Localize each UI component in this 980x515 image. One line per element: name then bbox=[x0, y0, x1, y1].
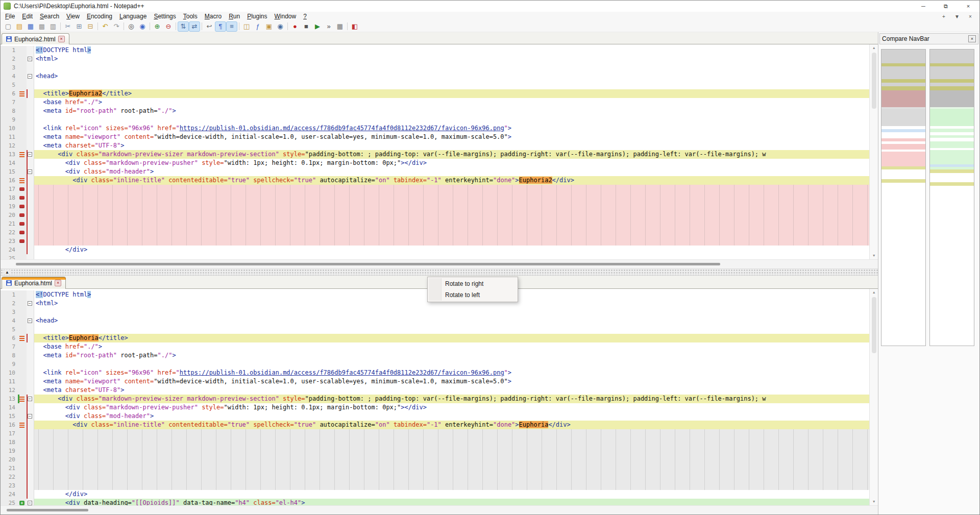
compare-map-left[interactable] bbox=[881, 49, 926, 346]
fold-collapse-icon[interactable]: − bbox=[28, 397, 32, 401]
code-line[interactable]: 6 <title>Euphoria</title> bbox=[1, 334, 878, 342]
compare-map-right[interactable] bbox=[929, 49, 974, 346]
code-line[interactable]: 19 bbox=[1, 447, 878, 455]
close-button[interactable]: × bbox=[957, 1, 979, 12]
menu-item-encoding[interactable]: Encoding bbox=[83, 13, 116, 20]
menu-item-view[interactable]: View bbox=[63, 13, 83, 20]
save-icon[interactable]: ▦ bbox=[25, 21, 36, 32]
zoom-out-icon[interactable]: ⊖ bbox=[163, 21, 174, 32]
indent-guide-icon[interactable]: ≡ bbox=[226, 21, 237, 32]
fold-collapse-icon[interactable]: − bbox=[28, 152, 32, 157]
code-line[interactable]: 24 </div> bbox=[1, 490, 878, 499]
code-line[interactable]: 13− <div class="markdown-preview-sizer m… bbox=[1, 395, 878, 403]
code-line[interactable]: 21 bbox=[1, 464, 878, 473]
navbar-close-button[interactable]: × bbox=[968, 35, 976, 42]
code-line[interactable]: 11 <meta name="viewport" content="width=… bbox=[1, 133, 878, 141]
code-line[interactable]: 13− <div class="markdown-preview-sizer m… bbox=[1, 150, 878, 159]
code-line[interactable]: 20 bbox=[1, 455, 878, 464]
new-tab-button[interactable]: + bbox=[940, 14, 948, 19]
code-line[interactable]: 7 <base href="./"> bbox=[1, 98, 878, 107]
code-line[interactable]: 9 bbox=[1, 115, 878, 124]
code-line[interactable]: 15− <div class="mod-header"> bbox=[1, 167, 878, 176]
scroll-down-icon[interactable]: ▼ bbox=[870, 252, 878, 259]
vertical-scroll-thumb[interactable] bbox=[872, 297, 876, 353]
code-line[interactable]: 10 <link rel="icon" sizes="96x96" href="… bbox=[1, 369, 878, 377]
play-macro-icon[interactable]: ▶ bbox=[312, 21, 323, 32]
code-line[interactable]: 5 bbox=[1, 81, 878, 89]
code-line[interactable]: 23 bbox=[1, 481, 878, 490]
fold-collapse-icon[interactable]: − bbox=[28, 318, 32, 323]
sync-horizontal-scroll-icon[interactable]: ⇄ bbox=[189, 21, 200, 32]
code-line[interactable]: 17 bbox=[1, 429, 878, 438]
code-line[interactable]: 16 <div class="inline-title" contentedit… bbox=[1, 421, 878, 429]
pane-splitter[interactable]: ▲ bbox=[1, 268, 878, 276]
code-line[interactable]: 12 <meta charset="UTF-8"> bbox=[1, 141, 878, 150]
menu-item-file[interactable]: File bbox=[2, 13, 18, 20]
fold-collapse-icon[interactable]: − bbox=[28, 74, 32, 79]
code-line[interactable]: 9 bbox=[1, 360, 878, 369]
code-line[interactable]: 5 bbox=[1, 325, 878, 334]
context-menu-item-rotate-to-right[interactable]: Rotate to right bbox=[428, 278, 518, 289]
fold-collapse-icon[interactable]: − bbox=[28, 57, 32, 61]
new-file-icon[interactable]: ▢ bbox=[3, 21, 14, 32]
menu-item-run[interactable]: Run bbox=[225, 13, 243, 20]
code-line[interactable]: 25+− <div data-heading="[[Opioids]]" dat… bbox=[1, 499, 878, 505]
code-line[interactable]: 4−<head> bbox=[1, 316, 878, 325]
tab-close-icon[interactable]: × bbox=[58, 36, 65, 42]
fold-collapse-icon[interactable]: − bbox=[28, 414, 32, 419]
tab-euphoria2[interactable]: Euphoria2.html × bbox=[2, 33, 69, 44]
code-line[interactable]: 21 bbox=[1, 219, 878, 228]
menu-item-tools[interactable]: Tools bbox=[180, 13, 201, 20]
fold-collapse-icon[interactable]: − bbox=[28, 301, 32, 306]
record-macro-icon[interactable]: ● bbox=[289, 21, 301, 32]
code-line[interactable]: 14 <div class="markdown-preview-pusher" … bbox=[1, 403, 878, 412]
menu-item-help[interactable]: ? bbox=[300, 13, 310, 20]
save-all-icon[interactable]: ▩ bbox=[36, 21, 47, 32]
sync-vertical-scroll-icon[interactable]: ⇅ bbox=[178, 21, 189, 32]
horizontal-scrollbar-top[interactable] bbox=[1, 259, 878, 268]
code-line[interactable]: 3 bbox=[1, 63, 878, 72]
compare-icon[interactable]: ◧ bbox=[349, 21, 360, 32]
code-line[interactable]: 17 bbox=[1, 185, 878, 193]
document-monitor-icon[interactable]: ◉ bbox=[275, 21, 286, 32]
code-line[interactable]: 12 <meta charset="UTF-8"> bbox=[1, 386, 878, 395]
cut-icon[interactable]: ✂ bbox=[62, 21, 74, 32]
redo-icon[interactable]: ↷ bbox=[111, 21, 122, 32]
splitter-grip-icon[interactable]: ▲ bbox=[4, 270, 10, 275]
paste-icon[interactable]: ⊟ bbox=[85, 21, 96, 32]
find-icon[interactable]: ◎ bbox=[126, 21, 137, 32]
save-macro-icon[interactable]: ▦ bbox=[334, 21, 346, 32]
stop-macro-icon[interactable]: ■ bbox=[301, 21, 312, 32]
fold-collapse-icon[interactable]: − bbox=[28, 501, 32, 505]
context-menu-item-rotate-to-left[interactable]: Rotate to left bbox=[428, 289, 518, 301]
code-line[interactable]: 11 <meta name="viewport" content="width=… bbox=[1, 377, 878, 386]
open-file-icon[interactable]: ▤ bbox=[14, 21, 25, 32]
code-line[interactable]: 18 bbox=[1, 438, 878, 447]
code-line[interactable]: 22 bbox=[1, 473, 878, 481]
function-list-icon[interactable]: ƒ bbox=[252, 21, 263, 32]
undo-icon[interactable]: ↶ bbox=[100, 21, 111, 32]
code-line[interactable]: 10 <link rel="icon" sizes="96x96" href="… bbox=[1, 124, 878, 133]
tab-list-dropdown[interactable]: ▼ bbox=[953, 14, 961, 19]
minimize-button[interactable]: ─ bbox=[912, 1, 935, 12]
code-line[interactable]: 4−<head> bbox=[1, 72, 878, 81]
code-line[interactable]: 15− <div class="mod-header"> bbox=[1, 412, 878, 421]
menu-item-window[interactable]: Window bbox=[271, 13, 300, 20]
code-line[interactable]: 16 <div class="inline-title" contentedit… bbox=[1, 176, 878, 185]
run-macro-multiple-icon[interactable]: » bbox=[323, 21, 334, 32]
close-document-button[interactable]: × bbox=[966, 14, 974, 19]
menu-item-edit[interactable]: Edit bbox=[18, 13, 36, 20]
horizontal-scroll-thumb[interactable] bbox=[7, 509, 88, 511]
code-line[interactable]: 8 <meta id="root-path" root-path="./"> bbox=[1, 351, 878, 360]
scroll-down-icon[interactable]: ▼ bbox=[870, 498, 878, 505]
copy-icon[interactable]: ⊞ bbox=[74, 21, 85, 32]
editor-bottom[interactable]: 1<!DOCTYPE html>2−<html>34−<head>56 <tit… bbox=[1, 289, 878, 505]
code-line[interactable]: 24 </div> bbox=[1, 246, 878, 254]
code-line[interactable]: 2−<html> bbox=[1, 55, 878, 63]
zoom-in-icon[interactable]: ⊕ bbox=[152, 21, 163, 32]
code-line[interactable]: 7 <base href="./"> bbox=[1, 342, 878, 351]
code-line[interactable]: 23 bbox=[1, 237, 878, 246]
editor-top[interactable]: 1<!DOCTYPE html>2−<html>34−<head>56 <tit… bbox=[1, 44, 878, 259]
code-line[interactable]: 14 <div class="markdown-preview-pusher" … bbox=[1, 159, 878, 167]
code-line[interactable]: 8 <meta id="root-path" root-path="./"> bbox=[1, 107, 878, 115]
